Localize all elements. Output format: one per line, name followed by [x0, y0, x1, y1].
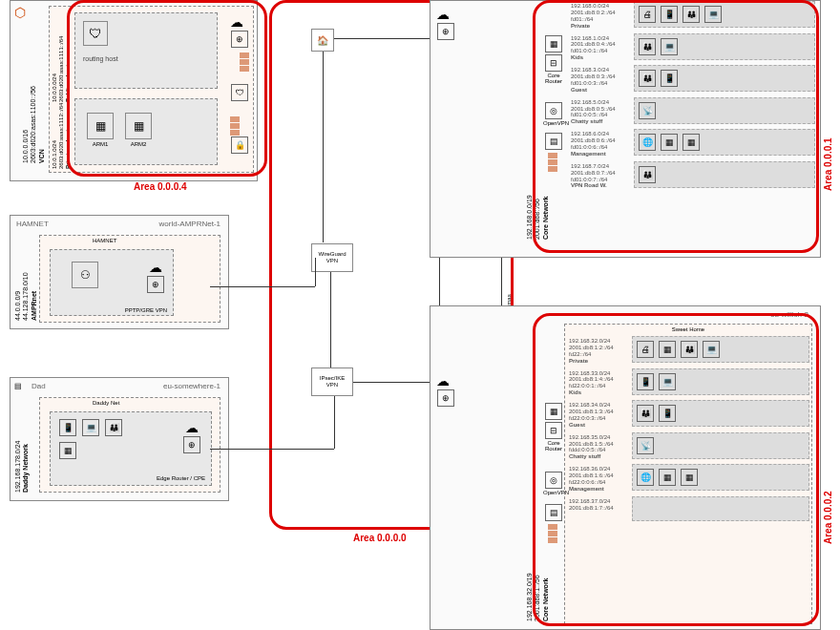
dad-box: Daddy Net 📱 💻 👪 ▦ ☁ ⊕ Edge Router / CPE	[39, 397, 220, 493]
conn-line	[334, 38, 439, 39]
home2-gateway: ☁ ⊕	[436, 373, 455, 408]
dad-net-label: Daddy Network	[22, 444, 29, 493]
vcn-name: VCN	[38, 149, 45, 163]
cloud-icon: ☁	[185, 420, 199, 435]
home-icon-1: 🏠	[311, 29, 334, 52]
conn-line	[334, 396, 335, 449]
router-icon: ⊕	[147, 276, 164, 293]
dad-title: Dad	[30, 380, 48, 392]
area-4-label: Area 0.0.0.4	[134, 181, 187, 192]
hamnet-box: HAMNET ⚇ ☁ ⊕ PPTP/GRE VPN	[39, 235, 220, 323]
cloud-icon: ☁	[436, 7, 455, 22]
hamnet-region: HAMNET world-AMPRNet-1 44.0.0.0/944.128.…	[10, 215, 229, 329]
vcn-side-label: 10.0.0.0/162603:d020:asas:1100::/56 VCN	[22, 30, 46, 163]
hamnet-net-label: AMPRnet	[31, 291, 37, 321]
conn-line	[353, 382, 439, 383]
area-2-label: Area 0.0.0.2	[823, 430, 833, 544]
wireguard-label: WireGuardVPN	[318, 251, 346, 263]
router-icon: ⊕	[437, 389, 454, 407]
area-1-label: Area 0.0.0.1	[823, 76, 833, 191]
conn-line	[330, 272, 331, 368]
home1-gateway: ☁ ⊕	[436, 7, 455, 41]
people-icon: 👪	[105, 419, 122, 436]
cloud-icon: ☁	[149, 260, 162, 275]
area-2-outline	[533, 313, 819, 626]
cloud-icon: ☁	[436, 373, 455, 388]
dad-subtitle: Daddy Net	[93, 400, 119, 406]
ipsec-box: IPsec/IKEVPN	[311, 368, 353, 396]
hamnet-side: 44.0.0.0/944.128.178.0/10 AMPRnet	[14, 244, 38, 321]
hamnet-vpn-label: PPTP/GRE VPN	[125, 307, 167, 313]
server-icon: ▦	[59, 442, 76, 459]
vcn-priv-ip: 10.0.1.0/242603:d020:asas:1112::/64	[52, 103, 64, 169]
network-icon: ⚇	[72, 262, 98, 288]
vcn-logo-icon: ⬡	[14, 5, 26, 20]
hamnet-ip: 44.0.0.0/944.128.178.0/10	[14, 272, 29, 321]
area-0-label: Area 0.0.0.0	[353, 533, 407, 543]
hamnet-vpn: ☁ ⊕	[146, 260, 165, 294]
laptop-icon: 💻	[82, 419, 99, 436]
area-4-outline	[67, 0, 267, 177]
conn-line	[210, 286, 315, 287]
hamnet-title: HAMNET	[14, 218, 51, 230]
server-icon: ▤	[14, 382, 22, 390]
dad-inner: 📱 💻 👪 ▦ ☁ ⊕ Edge Router / CPE	[50, 411, 212, 486]
vcn-ip: 10.0.0.0/162603:d020:asas:1100::/56	[22, 86, 36, 163]
hamnet-region-label: world-AMPRNet-1	[158, 218, 222, 230]
dad-region: ▤ Dad eu-somewhere-1 192.168.178.0/24 Da…	[10, 377, 229, 501]
area-1-outline	[533, 0, 819, 253]
dad-side: 192.168.178.0/24 Daddy Network	[14, 407, 31, 493]
dad-ip: 192.168.178.0/24	[14, 441, 21, 494]
hamnet-subtitle: HAMNET	[93, 238, 116, 243]
vcn-pub-ip: 10.0.0.0/242603:d020:asas:1111::/64	[52, 36, 64, 102]
dad-region-label: eu-somewhere-1	[161, 380, 222, 392]
dad-edge-label: Edge Router / CPE	[157, 475, 205, 481]
conn-line	[210, 449, 334, 450]
wireguard-box: WireGuardVPN	[311, 243, 353, 272]
dad-vpn: ☁ ⊕	[182, 420, 201, 454]
phone-icon: 📱	[59, 419, 76, 436]
conn-line	[323, 52, 324, 242]
conn-line	[315, 258, 316, 286]
ipsec-label: IPsec/IKEVPN	[320, 375, 345, 388]
hamnet-inner: ⚇ ☁ ⊕ PPTP/GRE VPN	[50, 249, 174, 316]
router-icon: ⊕	[437, 23, 454, 40]
router-icon: ⊕	[183, 436, 200, 453]
